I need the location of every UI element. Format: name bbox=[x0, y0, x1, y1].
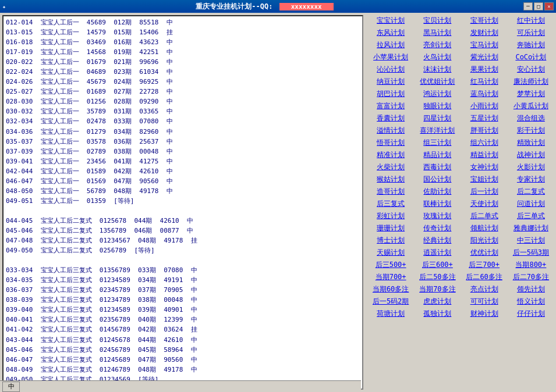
plan-link-6-2[interactable]: 蓝鸟计划 bbox=[462, 88, 507, 99]
plan-link-11-0[interactable]: 精准计划 bbox=[368, 149, 413, 161]
plan-link-6-1[interactable]: 鸿运计划 bbox=[415, 88, 460, 99]
plan-link-17-1[interactable]: 传奇计划 bbox=[415, 223, 460, 234]
plan-link-12-3[interactable]: 火影计划 bbox=[508, 162, 554, 173]
plan-link-0-1[interactable]: 宝贝计划 bbox=[415, 15, 460, 26]
minimize-button[interactable]: ─ bbox=[523, 2, 533, 10]
plan-link-22-1[interactable]: 当期70多注 bbox=[415, 284, 460, 295]
plan-link-5-0[interactable]: 纳豆计划 bbox=[368, 76, 413, 87]
plan-link-21-1[interactable]: 后二50多注 bbox=[415, 272, 460, 283]
plan-link-1-0[interactable]: 东风计划 bbox=[368, 27, 413, 38]
plan-link-4-2[interactable]: 果果计划 bbox=[462, 64, 507, 75]
status-button[interactable]: 中 bbox=[2, 382, 20, 392]
plan-link-0-2[interactable]: 宝哥计划 bbox=[462, 15, 507, 26]
close-button[interactable]: ✕ bbox=[544, 2, 554, 10]
plan-link-1-2[interactable]: 发财计划 bbox=[462, 27, 507, 38]
plan-link-6-3[interactable]: 梦苹计划 bbox=[508, 88, 554, 99]
plan-link-19-1[interactable]: 逍遥计划 bbox=[415, 247, 460, 258]
plan-link-10-1[interactable]: 组三计划 bbox=[415, 137, 460, 148]
plan-link-7-1[interactable]: 独眼计划 bbox=[415, 101, 460, 112]
plan-link-17-3[interactable]: 雅典娜计划 bbox=[508, 223, 554, 234]
plan-link-2-3[interactable]: 奔驰计划 bbox=[508, 40, 554, 51]
plan-link-15-2[interactable]: 天使计划 bbox=[462, 198, 507, 209]
plan-link-3-3[interactable]: CoCo计划 bbox=[508, 52, 554, 63]
plan-link-23-0[interactable]: 后一5码2期 bbox=[368, 296, 413, 307]
plan-link-13-0[interactable]: 猴姑计划 bbox=[368, 174, 413, 185]
plan-link-24-3[interactable]: 仔仔计划 bbox=[508, 308, 554, 319]
plan-link-2-1[interactable]: 亮剑计划 bbox=[415, 40, 460, 51]
plan-link-20-3[interactable]: 当期800+ bbox=[508, 259, 554, 270]
plan-link-19-3[interactable]: 后一5码3期 bbox=[508, 247, 554, 258]
plan-link-16-3[interactable]: 后三单式 bbox=[508, 211, 554, 222]
plan-link-14-2[interactable]: 后一计划 bbox=[462, 186, 507, 197]
plan-link-7-3[interactable]: 小黄瓜计划 bbox=[508, 101, 554, 112]
plan-link-7-2[interactable]: 小雨计划 bbox=[462, 101, 507, 112]
plan-link-7-0[interactable]: 富富计划 bbox=[368, 101, 413, 112]
plan-link-16-0[interactable]: 彩虹计划 bbox=[368, 211, 413, 222]
plan-link-10-0[interactable]: 悟哥计划 bbox=[368, 137, 413, 148]
plan-link-4-0[interactable]: 沁沁计划 bbox=[368, 64, 413, 75]
plan-link-12-0[interactable]: 火柴计划 bbox=[368, 162, 413, 173]
plan-link-20-1[interactable]: 后三600+ bbox=[415, 259, 460, 270]
plan-link-6-0[interactable]: 胡巴计划 bbox=[368, 88, 413, 99]
plan-link-14-0[interactable]: 造哥计划 bbox=[368, 186, 413, 197]
plan-link-17-2[interactable]: 领航计划 bbox=[462, 223, 507, 234]
plan-link-14-3[interactable]: 后二复式 bbox=[508, 186, 554, 197]
plan-link-2-0[interactable]: 拉风计划 bbox=[368, 40, 413, 51]
plan-link-8-3[interactable]: 混合组选 bbox=[508, 113, 554, 124]
qq-input[interactable]: xxxxxxxx bbox=[279, 3, 334, 10]
plan-link-17-0[interactable]: 珊珊计划 bbox=[368, 223, 413, 234]
plan-link-12-2[interactable]: 女神计划 bbox=[462, 162, 507, 173]
plan-link-11-1[interactable]: 精品计划 bbox=[415, 149, 460, 161]
maximize-button[interactable]: □ bbox=[534, 2, 543, 10]
plan-link-4-1[interactable]: 沫沫计划 bbox=[415, 64, 460, 75]
plan-link-20-0[interactable]: 后三500+ bbox=[368, 259, 413, 270]
plan-link-12-1[interactable]: 西毒计划 bbox=[415, 162, 460, 173]
plan-link-8-2[interactable]: 五星计划 bbox=[462, 113, 507, 124]
plan-link-5-3[interactable]: 廉法师计划 bbox=[508, 76, 554, 87]
plan-link-15-3[interactable]: 问道计划 bbox=[508, 198, 554, 209]
plan-link-24-2[interactable]: 财神计划 bbox=[462, 308, 507, 319]
plan-link-19-2[interactable]: 优优计划 bbox=[462, 247, 507, 258]
plan-link-9-3[interactable]: 彩干计划 bbox=[508, 125, 554, 136]
plan-link-11-2[interactable]: 精益计划 bbox=[462, 149, 507, 161]
plan-link-3-2[interactable]: 紫光计划 bbox=[462, 52, 507, 63]
plan-link-24-0[interactable]: 荷塘计划 bbox=[368, 308, 413, 319]
plan-link-18-2[interactable]: 阳光计划 bbox=[462, 235, 507, 246]
plan-link-9-2[interactable]: 胖哥计划 bbox=[462, 125, 507, 136]
plan-link-9-0[interactable]: 溢情计划 bbox=[368, 125, 413, 136]
plan-link-23-3[interactable]: 悟义计划 bbox=[508, 296, 554, 307]
plan-link-22-3[interactable]: 领先计划 bbox=[508, 284, 554, 295]
plan-link-11-3[interactable]: 战神计划 bbox=[508, 149, 554, 161]
plan-link-1-3[interactable]: 可乐计划 bbox=[508, 27, 554, 38]
plan-link-13-1[interactable]: 国公计划 bbox=[415, 174, 460, 185]
plan-link-10-2[interactable]: 组六计划 bbox=[462, 137, 507, 148]
plan-link-3-0[interactable]: 小苹果计划 bbox=[368, 52, 413, 63]
plan-link-3-1[interactable]: 火鸟计划 bbox=[415, 52, 460, 63]
plan-link-5-2[interactable]: 红马计划 bbox=[462, 76, 507, 87]
plan-link-20-2[interactable]: 后三700+ bbox=[462, 259, 507, 270]
plan-link-8-1[interactable]: 四星计划 bbox=[415, 113, 460, 124]
plan-link-16-1[interactable]: 玫瑰计划 bbox=[415, 211, 460, 222]
plan-link-16-2[interactable]: 后二单式 bbox=[462, 211, 507, 222]
plan-link-2-2[interactable]: 宝马计划 bbox=[462, 40, 507, 51]
plan-link-22-2[interactable]: 亮点计划 bbox=[462, 284, 507, 295]
plan-link-22-0[interactable]: 当期60多注 bbox=[368, 284, 413, 295]
plan-link-13-2[interactable]: 宝姐计划 bbox=[462, 174, 507, 185]
plan-link-0-0[interactable]: 宝宝计划 bbox=[368, 15, 413, 26]
plan-link-15-0[interactable]: 后三复式 bbox=[368, 198, 413, 209]
plan-link-23-2[interactable]: 可可计划 bbox=[462, 296, 507, 307]
plan-link-18-3[interactable]: 中三计划 bbox=[508, 235, 554, 246]
plan-link-18-1[interactable]: 经典计划 bbox=[415, 235, 460, 246]
plan-link-24-1[interactable]: 孤独计划 bbox=[415, 308, 460, 319]
plan-link-9-1[interactable]: 喜洋洋计划 bbox=[415, 125, 460, 136]
plan-link-21-3[interactable]: 后二70多注 bbox=[508, 272, 554, 283]
plan-link-18-0[interactable]: 博士计划 bbox=[368, 235, 413, 246]
plan-link-5-1[interactable]: 优优姐计划 bbox=[415, 76, 460, 87]
plan-link-21-0[interactable]: 当期700+ bbox=[368, 272, 413, 283]
plan-link-19-0[interactable]: 天赐计划 bbox=[368, 247, 413, 258]
plan-link-23-1[interactable]: 虎虎计划 bbox=[415, 296, 460, 307]
left-panel-scroll[interactable]: 012-014 宝宝人工后一 45689 012期 85518 中 013-01… bbox=[3, 16, 362, 389]
plan-link-14-1[interactable]: 佐助计划 bbox=[415, 186, 460, 197]
plan-link-15-1[interactable]: 联棒计划 bbox=[415, 198, 460, 209]
plan-link-0-3[interactable]: 红中计划 bbox=[508, 15, 554, 26]
